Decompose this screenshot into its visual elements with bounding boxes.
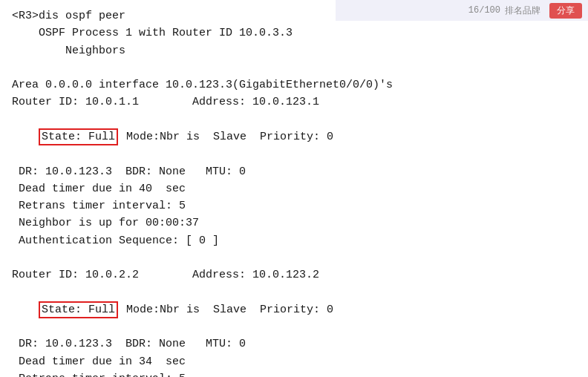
n2-state-line: State: Full Mode:Nbr is Slave Priority: … bbox=[12, 283, 576, 335]
n2-router-id: Router ID: 10.0.2.2 Address: 10.0.123.2 bbox=[12, 266, 576, 283]
n1-state-box: State: Full bbox=[39, 128, 118, 146]
n2-dead-timer: Dead timer due in 34 sec bbox=[12, 353, 576, 370]
n2-state-suffix: Mode:Nbr is Slave Priority: 0 bbox=[120, 304, 333, 316]
top-bar-num: 16/100 bbox=[468, 5, 500, 16]
header-line1: OSPF Process 1 with Router ID 10.0.3.3 bbox=[12, 24, 576, 42]
n1-neighbor-up: Neighbor is up for 00:00:37 bbox=[12, 214, 576, 232]
n2-dr-line: DR: 10.0.123.3 BDR: None MTU: 0 bbox=[12, 335, 576, 353]
share-button[interactable]: 分享 bbox=[549, 3, 582, 19]
top-bar: 16/100 排名品牌 分享 bbox=[336, 0, 588, 21]
n1-state-suffix: Mode:Nbr is Slave Priority: 0 bbox=[120, 131, 333, 143]
n2-state-box: State: Full bbox=[39, 301, 118, 319]
top-bar-label: 排名品牌 bbox=[505, 4, 540, 17]
n1-dr-line: DR: 10.0.123.3 BDR: None MTU: 0 bbox=[12, 163, 576, 180]
blank-1 bbox=[12, 59, 576, 76]
n2-retrans: Retrans timer interval: 5 bbox=[12, 370, 576, 377]
area-line: Area 0.0.0.0 interface 10.0.123.3(Gigabi… bbox=[12, 76, 576, 94]
n1-router-id: Router ID: 10.0.1.1 Address: 10.0.123.1 bbox=[12, 94, 576, 111]
blank-2 bbox=[12, 249, 576, 266]
n1-state-line: State: Full Mode:Nbr is Slave Priority: … bbox=[12, 111, 576, 163]
terminal: <R3>dis ospf peer OSPF Process 1 with Ro… bbox=[0, 0, 588, 377]
header-line2: Neighbors bbox=[12, 42, 576, 59]
n1-auth: Authentication Sequence: [ 0 ] bbox=[12, 232, 576, 249]
n1-dead-timer: Dead timer due in 40 sec bbox=[12, 180, 576, 197]
n1-retrans: Retrans timer interval: 5 bbox=[12, 197, 576, 214]
